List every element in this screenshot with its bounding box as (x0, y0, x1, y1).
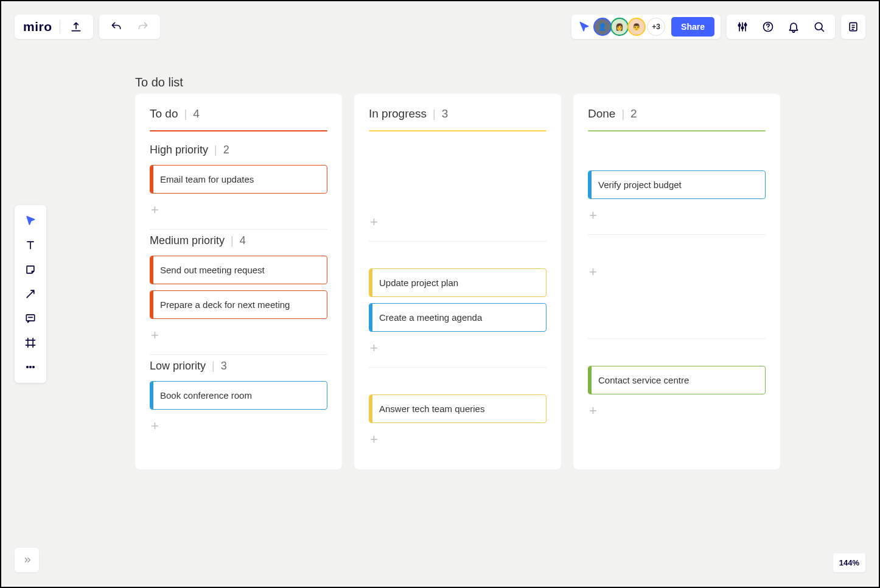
header-tools (727, 15, 835, 39)
arrow-tool-icon[interactable] (15, 282, 46, 306)
add-card-button[interactable]: + (369, 212, 547, 239)
section-count: 4 (240, 234, 246, 247)
cursor-icon[interactable] (576, 15, 592, 39)
avatar[interactable]: 👨 (627, 18, 646, 36)
add-card-button[interactable]: + (150, 325, 327, 352)
export-icon[interactable] (68, 15, 85, 39)
section-count: 2 (223, 144, 229, 156)
bell-icon[interactable] (781, 15, 806, 39)
column-underline (588, 130, 766, 131)
board-title: To do list (135, 75, 183, 89)
column-title: In progress (369, 107, 427, 121)
frame-tool-icon[interactable] (15, 331, 46, 355)
add-card-button[interactable]: + (588, 205, 766, 232)
tool-sidebar (15, 205, 46, 383)
column-title: Done (588, 107, 615, 121)
undo-redo-group (99, 15, 160, 39)
kanban-card[interactable]: Update project plan (369, 268, 547, 297)
more-tools-icon[interactable] (15, 355, 46, 379)
kanban-card[interactable]: Book conference room (150, 381, 327, 410)
section-count: 3 (221, 360, 227, 373)
section-title: High priority (150, 144, 208, 156)
add-card-button[interactable]: + (150, 416, 327, 443)
avatar[interactable]: 👤 (593, 18, 612, 36)
kanban-card[interactable]: Prepare a deck for next meeting (150, 290, 327, 319)
kanban-card[interactable]: Answer tech team queries (369, 394, 547, 423)
section-title: Low priority (150, 360, 206, 373)
redo-icon[interactable] (131, 15, 155, 39)
svg-point-7 (27, 366, 29, 368)
column-title: To do (150, 107, 178, 121)
share-button[interactable]: Share (671, 17, 714, 37)
kanban-card[interactable]: Create a meeting agenda (369, 303, 547, 332)
avatar[interactable]: 👩 (610, 18, 629, 36)
svg-point-9 (33, 366, 35, 368)
kanban-column: To do | 4 High priority | 2 Email team f… (135, 94, 342, 469)
kanban-card[interactable]: Email team for updates (150, 165, 327, 194)
zoom-level[interactable]: 144% (833, 553, 865, 572)
kanban-column: Done | 2 Verify project budget++Contact … (573, 94, 780, 469)
search-icon[interactable] (807, 15, 831, 39)
collaborators-group: 👤 👩 👨 +3 Share (571, 15, 721, 39)
column-count: 4 (193, 107, 200, 121)
kanban-column: In progress | 3 +Update project planCrea… (354, 94, 561, 469)
sticky-note-tool-icon[interactable] (15, 257, 46, 282)
select-tool-icon[interactable] (15, 209, 46, 233)
svg-point-4 (815, 23, 822, 30)
logo-group: miro (15, 15, 93, 39)
add-card-button[interactable]: + (369, 338, 547, 365)
expand-panel-icon[interactable] (15, 548, 39, 572)
miro-logo[interactable]: miro (23, 19, 52, 34)
notes-icon[interactable] (841, 15, 865, 39)
kanban-card[interactable]: Send out meeting request (150, 256, 327, 284)
column-underline (150, 130, 327, 131)
add-card-button[interactable]: + (369, 429, 547, 456)
help-icon[interactable] (756, 15, 780, 39)
column-count: 3 (442, 107, 449, 121)
settings-icon[interactable] (730, 15, 755, 39)
section-title: Medium priority (150, 234, 225, 247)
add-card-button[interactable]: + (588, 401, 766, 427)
more-users-badge[interactable]: +3 (647, 18, 665, 36)
section-divider (150, 229, 327, 229)
column-underline (369, 130, 547, 131)
kanban-card[interactable]: Verify project budget (588, 170, 766, 199)
add-card-button[interactable]: + (150, 200, 327, 226)
divider (60, 20, 60, 33)
svg-rect-6 (26, 315, 34, 321)
column-count: 2 (630, 107, 637, 121)
kanban-card[interactable]: Contact service centre (588, 366, 766, 394)
add-card-button[interactable]: + (588, 262, 766, 289)
comment-tool-icon[interactable] (15, 306, 46, 331)
section-divider (150, 354, 327, 355)
undo-icon[interactable] (104, 15, 128, 39)
svg-point-8 (30, 366, 32, 368)
text-tool-icon[interactable] (15, 233, 46, 257)
